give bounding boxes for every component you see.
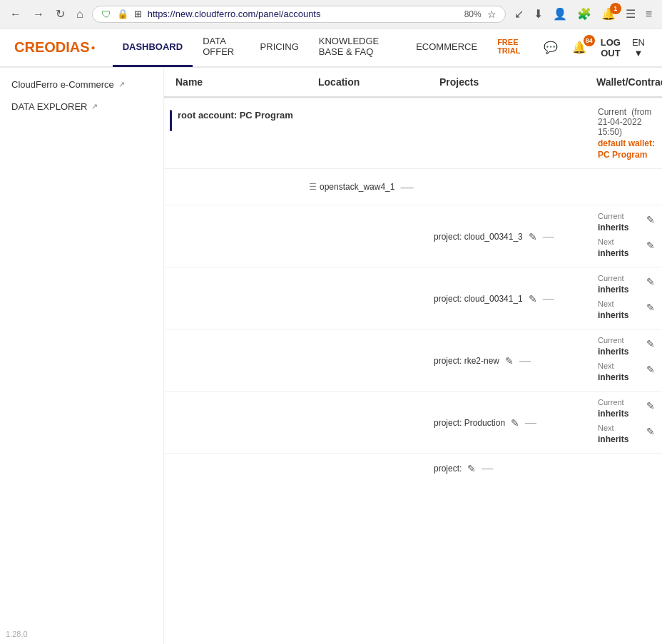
- project-edit-button[interactable]: ✎: [504, 354, 515, 368]
- external-link-icon: ↗: [91, 102, 98, 111]
- lock-icon: 🔒: [117, 9, 128, 19]
- language-selector[interactable]: EN ▼: [629, 37, 648, 58]
- browser-chrome: ← → ↻ ⌂ 🛡 🔒 ⊞ 80% ☆ ↙ ⬇ 👤 🧩 🔔 1 ☰ ≡: [0, 0, 662, 29]
- version-label: 1.28.0: [6, 630, 28, 638]
- project-wallet-cell: Current inherits ✎ Next inherits ✎: [592, 329, 662, 391]
- top-navigation: CREODIAS ● DASHBOARD DATA OFFER PRICING …: [0, 29, 662, 68]
- current-value: inherits: [598, 223, 628, 232]
- wallet-link[interactable]: default wallet: PC Program: [598, 138, 655, 160]
- current-edit-button[interactable]: ✎: [645, 275, 656, 289]
- bookmark-icon[interactable]: ☆: [487, 9, 496, 20]
- col-wallet: Wallet/Contract: [596, 76, 662, 88]
- sidebar: CloudFerro e-Commerce ↗ DATA EXPLORER ↗ …: [0, 68, 164, 644]
- project-edit-button[interactable]: ✎: [527, 230, 539, 244]
- project-dash-button[interactable]: —: [482, 462, 493, 475]
- browser-actions: ↙ ⬇ 👤 🧩 🔔 1 ☰ ≡: [511, 6, 655, 22]
- reload-button[interactable]: ↻: [53, 6, 68, 22]
- sidebar-item-data-explorer[interactable]: DATA EXPLORER ↗: [0, 96, 163, 118]
- current-edit-button[interactable]: ✎: [645, 213, 656, 227]
- root-location-cell: [303, 101, 428, 165]
- zoom-level: 80%: [464, 9, 482, 19]
- nav-ecommerce[interactable]: ECOMMERCE: [406, 28, 487, 67]
- project-wallet-cell: Current inherits ✎ Next inherits ✎: [592, 267, 662, 329]
- project-wallet-cell: [592, 454, 662, 481]
- col-name: Name: [175, 76, 318, 88]
- current-edit-button[interactable]: ✎: [645, 337, 656, 351]
- project-wallet-cell: Current inherits ✎ Next inherits ✎: [592, 205, 662, 267]
- project-edit-button[interactable]: ✎: [527, 292, 539, 306]
- notifications-button[interactable]: 🔔 1: [599, 6, 618, 22]
- nav-data-offer[interactable]: DATA OFFER: [193, 28, 250, 67]
- bell-button[interactable]: 🔔 84: [566, 38, 592, 57]
- region-name: openstack_waw4_1: [320, 182, 394, 192]
- tracking-icon: ⊞: [134, 9, 142, 19]
- sidebar-item-cloudferro-ecommerce[interactable]: CloudFerro e-Commerce ↗: [0, 73, 163, 96]
- root-wallet-cell: Current (from 21-04-2022 15:50) default …: [592, 101, 662, 165]
- logo-creo: CREO: [14, 39, 56, 56]
- project-label: project: cloud_00341_1: [434, 294, 523, 304]
- next-edit-button[interactable]: ✎: [645, 424, 656, 439]
- project-row: project: Production ✎ — Current inherits…: [164, 391, 662, 453]
- project-name-cell: project: cloud_00341_3 ✎ —: [428, 205, 592, 267]
- nav-pricing[interactable]: PRICING: [250, 28, 309, 67]
- region-name-cell: [164, 169, 303, 205]
- project-name-cell: project: Production ✎ —: [428, 392, 592, 453]
- nav-free-trial[interactable]: FREE TRIAL: [487, 28, 538, 67]
- menu-button[interactable]: ≡: [643, 6, 655, 22]
- extensions-button[interactable]: 🧩: [574, 6, 594, 22]
- project-name-cell: project: rke2-new ✎ —: [428, 329, 592, 391]
- project-row: project: rke2-new ✎ — Current inherits ✎…: [164, 329, 662, 391]
- home-button[interactable]: ⌂: [73, 6, 86, 22]
- project-dash-button[interactable]: —: [525, 416, 536, 429]
- next-edit-button[interactable]: ✎: [645, 238, 656, 252]
- root-account-label: root account: PC Program: [178, 110, 293, 121]
- project-dash-button[interactable]: —: [519, 354, 531, 367]
- table-header: Name Location Projects Wallet/Contract: [164, 68, 662, 98]
- next-edit-button[interactable]: ✎: [645, 300, 656, 315]
- project-row: project: ✎ —: [164, 453, 662, 481]
- download-button[interactable]: ⬇: [531, 6, 546, 22]
- project-wallet-cell: Current inherits ✎ Next inherits ✎: [592, 392, 662, 453]
- project-dash-button[interactable]: —: [543, 230, 554, 243]
- region-section: ☰ openstack_waw4_1 — project: cloud_0034…: [164, 168, 662, 481]
- project-row: project: cloud_00341_1 ✎ — Current inher…: [164, 267, 662, 329]
- logout-button[interactable]: LOG OUT: [595, 37, 626, 58]
- nav-dashboard[interactable]: DASHBOARD: [113, 28, 193, 67]
- reader-button[interactable]: ☰: [623, 6, 638, 22]
- project-edit-button[interactable]: ✎: [509, 416, 521, 430]
- next-edit-button[interactable]: ✎: [645, 362, 656, 377]
- profile-button[interactable]: 👤: [550, 6, 570, 22]
- project-row: project: cloud_00341_3 ✎ — Current inher…: [164, 205, 662, 267]
- current-edit-button[interactable]: ✎: [645, 399, 656, 413]
- region-location-cell: ☰ openstack_waw4_1 —: [303, 169, 428, 205]
- bell-badge: 84: [584, 35, 595, 46]
- wallet-current-label: Current: [598, 107, 626, 117]
- root-account-name-cell: root account: PC Program: [164, 101, 303, 165]
- notification-badge: 1: [610, 3, 621, 14]
- sidebar-item-label: DATA EXPLORER: [11, 101, 87, 112]
- url-input[interactable]: [148, 9, 459, 19]
- next-label: Next: [598, 237, 614, 246]
- external-link-icon: ↗: [118, 80, 125, 89]
- root-projects-cell: [428, 101, 592, 165]
- project-dash-button[interactable]: —: [543, 292, 554, 305]
- forward-button[interactable]: →: [30, 6, 47, 22]
- col-projects: Projects: [439, 76, 596, 88]
- nav-right-actions: 💬 🔔 84 LOG OUT EN ▼: [538, 28, 648, 67]
- chat-button[interactable]: 💬: [538, 38, 564, 57]
- current-label: Current: [598, 212, 624, 220]
- address-bar: 🛡 🔒 ⊞ 80% ☆: [92, 6, 506, 23]
- pocket-button[interactable]: ↙: [511, 6, 526, 22]
- sidebar-item-label: CloudFerro e-Commerce: [11, 79, 114, 90]
- project-name-cell: project: cloud_00341_1 ✎ —: [428, 267, 592, 329]
- logo-accent: DIAS: [56, 39, 90, 56]
- project-edit-button[interactable]: ✎: [466, 461, 477, 476]
- project-name-cell: project: ✎ —: [428, 454, 592, 481]
- project-label: project: Production: [434, 418, 505, 428]
- next-value: inherits: [598, 248, 628, 258]
- nav-knowledge-base[interactable]: KNOWLEDGE BASE & FAQ: [309, 28, 406, 67]
- region-row: ☰ openstack_waw4_1 —: [164, 169, 662, 205]
- back-button[interactable]: ←: [7, 6, 24, 22]
- logo: CREODIAS ●: [14, 39, 96, 56]
- app-layout: CloudFerro e-Commerce ↗ DATA EXPLORER ↗ …: [0, 68, 662, 644]
